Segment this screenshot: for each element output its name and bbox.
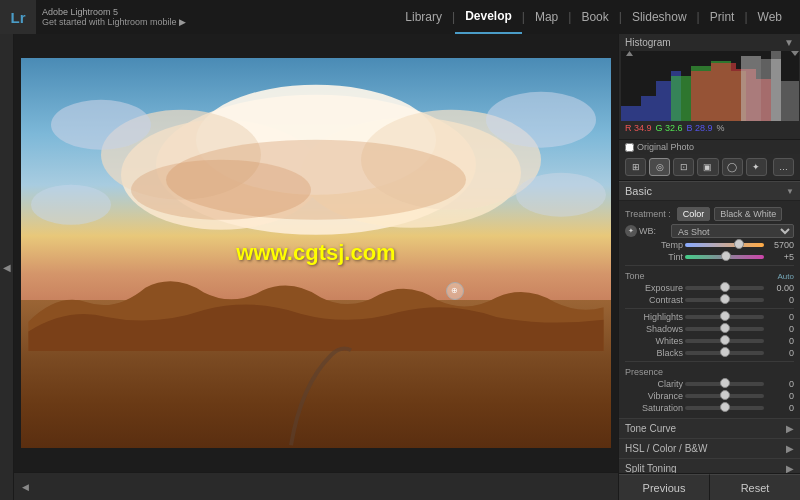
wb-select[interactable]: As Shot Auto Daylight Cloudy Custom [671, 224, 794, 238]
blacks-thumb[interactable] [720, 347, 730, 357]
hist-g-value: G 32.6 [656, 123, 683, 133]
main: ◀ [0, 34, 800, 500]
presence-label: Presence [625, 367, 663, 377]
crop-tool[interactable]: ⊞ [625, 158, 646, 176]
exposure-track[interactable] [685, 286, 764, 290]
svg-marker-29 [791, 51, 799, 56]
gradient-tool[interactable]: ▣ [697, 158, 718, 176]
topbar: Lr Adobe Lightroom 5 Get started with Li… [0, 0, 800, 34]
whites-track[interactable] [685, 339, 764, 343]
nav-book[interactable]: Book [571, 0, 618, 34]
wb-label: WB: [639, 226, 669, 236]
temp-thumb[interactable] [734, 239, 744, 249]
tint-track[interactable] [685, 255, 764, 259]
saturation-thumb[interactable] [720, 402, 730, 412]
hist-values: R 34.9 G 32.6 B 28.9 % [619, 121, 800, 135]
highlights-track[interactable] [685, 315, 764, 319]
hsl-toggle[interactable]: ▶ [786, 443, 794, 454]
shadows-track[interactable] [685, 327, 764, 331]
vibrance-thumb[interactable] [720, 390, 730, 400]
split-toning-panel[interactable]: Split Toning ▶ [619, 458, 800, 473]
highlights-slider-row: Highlights 0 [619, 311, 800, 323]
histogram-section: Histogram ▼ [619, 34, 800, 140]
blacks-label: Blacks [625, 348, 683, 358]
eyedropper-icon[interactable]: ✦ [625, 225, 637, 237]
hsl-panel[interactable]: HSL / Color / B&W ▶ [619, 438, 800, 458]
svg-point-9 [516, 173, 606, 217]
saturation-track[interactable] [685, 406, 764, 410]
whites-thumb[interactable] [720, 335, 730, 345]
saturation-slider-row: Saturation 0 [619, 402, 800, 414]
tone-curve-toggle[interactable]: ▶ [786, 423, 794, 434]
tint-thumb[interactable] [721, 251, 731, 261]
nav-links: Library | Develop | Map | Book | Slidesh… [395, 0, 792, 34]
divider-3 [625, 361, 794, 362]
vibrance-track[interactable] [685, 394, 764, 398]
divider-2 [625, 308, 794, 309]
divider-1 [625, 265, 794, 266]
adjustment-tool[interactable]: ✦ [746, 158, 767, 176]
app-tagline[interactable]: Get started with Lightroom mobile ▶ [42, 17, 395, 27]
contrast-value: 0 [766, 295, 794, 305]
svg-rect-12 [621, 106, 641, 121]
auto-btn[interactable]: Auto [778, 272, 794, 281]
basic-panel-toggle[interactable]: ▼ [786, 187, 794, 196]
tools-row: ⊞ ◎ ⊡ ▣ ◯ ✦ … [619, 154, 800, 181]
histogram-collapse[interactable]: ▼ [784, 37, 794, 48]
filmstrip-bar: ◀ [14, 472, 618, 500]
contrast-label: Contrast [625, 295, 683, 305]
settings-tool[interactable]: … [773, 158, 794, 176]
spot-heal-tool[interactable]: ◎ [649, 158, 670, 176]
basic-panel-header[interactable]: Basic ▼ [619, 181, 800, 201]
whites-value: 0 [766, 336, 794, 346]
split-toning-toggle[interactable]: ▶ [786, 463, 794, 473]
svg-rect-20 [691, 71, 711, 121]
contrast-thumb[interactable] [720, 294, 730, 304]
nav-slideshow[interactable]: Slideshow [622, 0, 697, 34]
previous-button[interactable]: Previous [619, 474, 710, 500]
radial-tool[interactable]: ◯ [722, 158, 743, 176]
nav-print[interactable]: Print [700, 0, 745, 34]
app-name: Adobe Lightroom 5 [42, 7, 395, 17]
hist-pct: % [717, 123, 725, 133]
left-panel[interactable]: ◀ [0, 34, 14, 500]
svg-rect-13 [641, 96, 656, 121]
highlights-thumb[interactable] [720, 311, 730, 321]
reset-button[interactable]: Reset [710, 474, 800, 500]
panels-area: Basic ▼ Treatment : Color Black & White … [619, 181, 800, 473]
tone-curve-panel[interactable]: Tone Curve ▶ [619, 418, 800, 438]
shadows-thumb[interactable] [720, 323, 730, 333]
svg-rect-27 [771, 51, 781, 121]
nav-library[interactable]: Library [395, 0, 452, 34]
original-photo-checkbox[interactable] [625, 143, 634, 152]
nav-map[interactable]: Map [525, 0, 568, 34]
hsl-label: HSL / Color / B&W [625, 443, 707, 454]
temp-track[interactable] [685, 243, 764, 247]
redeye-tool[interactable]: ⊡ [673, 158, 694, 176]
nav-develop[interactable]: Develop [455, 0, 522, 34]
exposure-thumb[interactable] [720, 282, 730, 292]
clarity-thumb[interactable] [720, 378, 730, 388]
clarity-track[interactable] [685, 382, 764, 386]
svg-point-8 [31, 185, 111, 225]
svg-marker-28 [626, 51, 633, 56]
blacks-slider-row: Blacks 0 [619, 347, 800, 359]
tint-slider-row: Tint +5 [619, 251, 800, 263]
tint-label: Tint [625, 252, 683, 262]
exposure-value: 0.00 [766, 283, 794, 293]
temp-label: Temp [625, 240, 683, 250]
svg-point-6 [51, 100, 151, 150]
svg-rect-21 [711, 63, 736, 121]
split-toning-label: Split Toning [625, 463, 677, 473]
blacks-track[interactable] [685, 351, 764, 355]
svg-point-7 [486, 92, 596, 148]
nav-web[interactable]: Web [748, 0, 792, 34]
road-path [21, 312, 611, 449]
left-panel-toggle[interactable]: ◀ [1, 262, 12, 273]
blacks-value: 0 [766, 348, 794, 358]
bw-btn[interactable]: Black & White [714, 207, 782, 221]
contrast-track[interactable] [685, 298, 764, 302]
color-btn[interactable]: Color [677, 207, 711, 221]
photo: www.cgtsj.com ⊕ [21, 58, 611, 448]
histogram-header: Histogram ▼ [619, 34, 800, 51]
